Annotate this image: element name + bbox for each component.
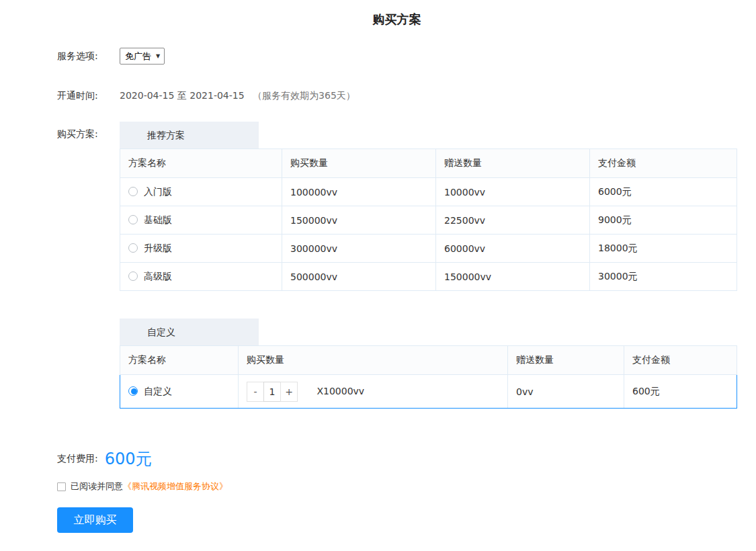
plan-gift-quantity: 0vv — [508, 375, 624, 409]
plan-radio[interactable] — [128, 187, 138, 196]
page-title: 购买方案 — [57, 11, 737, 28]
service-select[interactable]: 免广告 ▼ — [120, 48, 165, 65]
plan-name: 自定义 — [144, 386, 172, 396]
payment-fee-label: 支付费用: — [57, 453, 98, 465]
column-header-gift-quantity: 赠送数量 — [508, 346, 624, 375]
page-content: 购买方案 服务选项: 免广告 ▼ 开通时间: 2020-04-15 至 2021… — [57, 11, 737, 533]
buy-now-button[interactable]: 立即购买 — [57, 507, 133, 533]
date-range: 2020-04-15 至 2021-04-15 — [120, 90, 245, 101]
service-select-value: 免广告 — [125, 50, 151, 62]
plan-buy-quantity: 150000vv — [282, 206, 436, 235]
plan-pay-amount: 9000元 — [590, 206, 737, 235]
purchase-plan-label: 购买方案: — [57, 128, 120, 140]
plan-radio[interactable] — [128, 215, 138, 224]
table-row-basic-plan[interactable]: 基础版 150000vv 22500vv 9000元 — [120, 206, 737, 235]
dropdown-arrow-icon: ▼ — [156, 53, 160, 59]
agreement-link[interactable]: 《腾讯视频增值服务协议》 — [123, 480, 228, 493]
recommended-header-row: 方案名称 购买数量 赠送数量 支付金额 — [120, 149, 737, 178]
service-options-row: 服务选项: 免广告 ▼ — [57, 48, 737, 65]
quantity-increase-button[interactable]: + — [280, 382, 298, 402]
table-row-upgrade-plan[interactable]: 升级版 300000vv 60000vv 18000元 — [120, 235, 737, 263]
table-row-premium-plan[interactable]: 高级版 500000vv 150000vv 30000元 — [120, 263, 737, 291]
recommended-plans-table: 方案名称 购买数量 赠送数量 支付金额 入门版 100000vv 10000vv… — [120, 149, 737, 291]
column-header-gift-quantity: 赠送数量 — [436, 149, 590, 178]
column-header-plan-name: 方案名称 — [120, 149, 282, 178]
activation-time-label: 开通时间: — [57, 90, 120, 102]
plan-name: 基础版 — [144, 214, 172, 225]
purchase-plan-section: 购买方案: 推荐方案 方案名称 购买数量 赠送数量 支付金额 — [57, 122, 737, 409]
table-row-entry-plan[interactable]: 入门版 100000vv 10000vv 6000元 — [120, 178, 737, 206]
agreement-checkbox[interactable] — [57, 482, 66, 491]
plan-gift-quantity: 22500vv — [436, 206, 590, 235]
table-row-custom-plan[interactable]: 自定义 -1+ X10000vv 0vv 600元 — [120, 375, 737, 409]
agreement-row: 已阅读并同意 《腾讯视频增值服务协议》 — [57, 481, 737, 492]
plan-pay-amount: 600元 — [624, 375, 737, 409]
column-header-buy-quantity: 购买数量 — [282, 149, 436, 178]
validity-note: （服务有效期为365天） — [253, 90, 355, 101]
quantity-stepper: -1+ — [247, 382, 298, 402]
plan-name: 入门版 — [144, 186, 172, 197]
plan-gift-quantity: 60000vv — [436, 235, 590, 263]
plan-radio[interactable] — [128, 271, 138, 281]
quantity-value[interactable]: 1 — [263, 382, 281, 402]
plan-name: 高级版 — [144, 271, 172, 282]
tab-custom-plan[interactable]: 自定义 — [120, 319, 259, 345]
activation-time-value: 2020-04-15 至 2021-04-15 （服务有效期为365天） — [120, 90, 355, 102]
service-options-label: 服务选项: — [57, 50, 120, 62]
custom-plan-radio[interactable] — [128, 386, 138, 396]
column-header-buy-quantity: 购买数量 — [239, 346, 508, 375]
plan-buy-quantity: 300000vv — [282, 235, 436, 263]
agreement-text: 已阅读并同意 — [71, 480, 123, 493]
plan-buy-quantity: 500000vv — [282, 263, 436, 291]
activation-time-row: 开通时间: 2020-04-15 至 2021-04-15 （服务有效期为365… — [57, 89, 737, 103]
quantity-decrease-button[interactable]: - — [247, 382, 264, 402]
custom-header-row: 方案名称 购买数量 赠送数量 支付金额 — [120, 346, 737, 375]
tab-recommended-plans[interactable]: 推荐方案 — [120, 122, 259, 149]
plans-column: 推荐方案 方案名称 购买数量 赠送数量 支付金额 入门版 10 — [120, 122, 737, 409]
column-header-pay-amount: 支付金额 — [590, 149, 737, 178]
plan-pay-amount: 30000元 — [590, 263, 737, 291]
plan-radio[interactable] — [128, 243, 138, 253]
payment-fee-row: 支付费用: 600元 — [57, 449, 737, 469]
plan-buy-quantity: 100000vv — [282, 178, 436, 206]
column-header-pay-amount: 支付金额 — [624, 346, 737, 375]
quantity-unit-label: X10000vv — [317, 386, 364, 396]
payment-amount: 600元 — [105, 448, 152, 470]
plan-pay-amount: 18000元 — [590, 235, 737, 263]
plan-name: 升级版 — [144, 243, 172, 253]
custom-plan-table: 方案名称 购买数量 赠送数量 支付金额 自定义 -1+ X10000vv 0vv — [120, 345, 737, 409]
plan-gift-quantity: 150000vv — [436, 263, 590, 291]
plan-gift-quantity: 10000vv — [436, 178, 590, 206]
plan-pay-amount: 6000元 — [590, 178, 737, 206]
column-header-plan-name: 方案名称 — [120, 346, 239, 375]
